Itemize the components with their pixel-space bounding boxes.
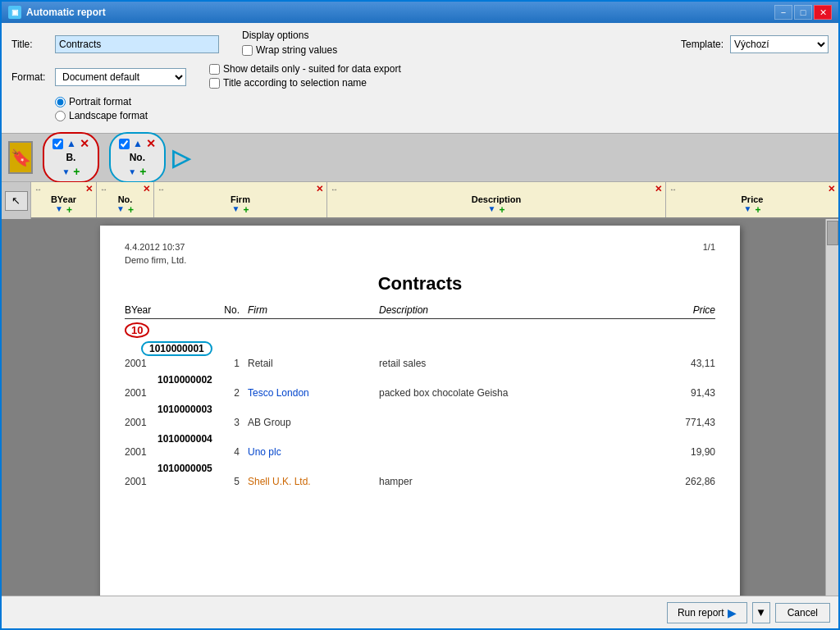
landscape-label: Landscape format xyxy=(69,110,148,121)
subgroup-circle-1: 1010000001 xyxy=(141,341,212,356)
col-byear-sort-down[interactable]: ▼ xyxy=(55,204,63,216)
pill-b-down-arrow[interactable]: ▼ xyxy=(62,167,70,176)
title-bar-controls: − □ ✕ xyxy=(774,5,832,20)
row5-price: 262,86 xyxy=(650,476,715,487)
template-group: Template: Výchozí xyxy=(681,35,829,53)
show-details-label: Show details only - suited for data expo… xyxy=(223,63,401,75)
col-firm-remove[interactable]: ✕ xyxy=(316,184,323,194)
report-row-5: 2001 5 Shell U.K. Ltd. hamper 262,86 xyxy=(125,476,715,487)
report-page: 4.4.2012 10:37 Demo firm, Ltd. 1/1 Contr… xyxy=(100,226,740,596)
pill-b-remove[interactable]: ✕ xyxy=(80,137,89,150)
portrait-radio[interactable] xyxy=(55,97,66,107)
col-price-sort-down[interactable]: ▼ xyxy=(744,204,752,216)
report-title: Contracts xyxy=(125,273,715,294)
row5-firm: Shell U.K. Ltd. xyxy=(248,476,379,487)
landscape-radio[interactable] xyxy=(55,111,66,121)
col-no-add[interactable]: + xyxy=(128,204,134,216)
row4-firm: Uno plc xyxy=(248,446,379,458)
subgroup-label-3: 1010000003 xyxy=(158,404,212,415)
pill-no-down-arrow[interactable]: ▼ xyxy=(128,167,136,176)
col-no-sort-down[interactable]: ▼ xyxy=(116,204,125,216)
col-firm-add[interactable]: + xyxy=(243,204,249,216)
preview-area[interactable]: 4.4.2012 10:37 Demo firm, Ltd. 1/1 Contr… xyxy=(2,219,838,596)
row5-byear: 2001 xyxy=(125,476,190,487)
portrait-label: Portrait format xyxy=(69,96,131,107)
template-label: Template: xyxy=(681,39,724,50)
wrap-string-label: Wrap string values xyxy=(256,44,337,56)
col-byear-add[interactable]: + xyxy=(66,204,72,216)
row5-desc: hamper xyxy=(379,476,650,487)
bottom-bar: Run report ▶ ▼ Cancel xyxy=(2,596,838,628)
title-bar: ▣ Automatic report − □ ✕ xyxy=(2,2,838,23)
report-company: Demo firm, Ltd. xyxy=(125,255,715,265)
tool-select-button[interactable]: ↖ xyxy=(5,191,28,211)
col-price-expand: ↔ xyxy=(669,185,677,194)
subgroup-1010000005: 1010000005 xyxy=(141,463,715,474)
row3-byear: 2001 xyxy=(125,417,190,428)
scrollbar-thumb[interactable] xyxy=(827,221,838,245)
grouping-area: 🔖 ▲ ✕ B. ▼ + ▲ xyxy=(2,133,838,182)
pill-b-checkbox[interactable] xyxy=(52,139,63,149)
pill-no-up-arrow[interactable]: ▲ xyxy=(133,138,143,149)
subgroup-1010000002: 1010000002 xyxy=(141,374,715,386)
col-no-expand: ↔ xyxy=(100,185,107,194)
subgroup-label-5: 1010000005 xyxy=(158,463,212,474)
pill-b-up-arrow[interactable]: ▲ xyxy=(66,138,76,149)
pill-no-checkbox[interactable] xyxy=(119,139,130,149)
row4-no: 4 xyxy=(190,446,240,458)
group-10-circle: 10 xyxy=(125,322,149,338)
scrollbar-track[interactable] xyxy=(825,219,838,596)
wrap-string-checkbox[interactable] xyxy=(242,45,253,56)
title-according-checkbox[interactable] xyxy=(209,78,220,89)
row5-no: 5 xyxy=(190,476,240,487)
report-header-byear: BYear xyxy=(125,304,190,316)
report-header-firm: Firm xyxy=(248,304,379,316)
columns-header-row: ↔ ✕ BYear ▼ + ↔ ✕ No. ▼ + xyxy=(31,182,838,219)
run-report-button[interactable]: Run report ▶ xyxy=(667,602,747,623)
row1-price: 43,11 xyxy=(650,358,715,369)
pill-b-add[interactable]: + xyxy=(73,165,80,178)
row2-desc: packed box chocolate Geisha xyxy=(379,387,650,399)
row2-firm: Tesco London xyxy=(248,387,379,399)
close-button[interactable]: ✕ xyxy=(814,5,832,20)
maximize-button[interactable]: □ xyxy=(794,5,812,20)
format-select[interactable]: Document default PDF Excel xyxy=(55,68,186,86)
orientation-group: Portrait format Landscape format xyxy=(55,96,148,121)
title-row: Title: Display options Wrap string value… xyxy=(11,30,829,58)
pill-no-add[interactable]: + xyxy=(139,165,146,178)
main-window: ▣ Automatic report − □ ✕ Title: Display … xyxy=(0,0,840,630)
col-desc-remove[interactable]: ✕ xyxy=(655,184,662,194)
row1-byear: 2001 xyxy=(125,358,190,369)
display-options-group2: Show details only - suited for data expo… xyxy=(209,63,401,91)
report-header-price: Price xyxy=(650,304,715,316)
portrait-row: Portrait format xyxy=(55,96,148,107)
col-no-label: No. xyxy=(118,194,133,204)
col-price-remove[interactable]: ✕ xyxy=(828,184,835,194)
col-price: ↔ ✕ Price ▼ + xyxy=(666,182,838,217)
col-desc-sort-down[interactable]: ▼ xyxy=(488,204,496,216)
run-report-label: Run report xyxy=(678,607,724,619)
subgroup-label-4: 1010000004 xyxy=(158,433,212,445)
col-firm-label: Firm xyxy=(231,194,250,204)
col-desc-add[interactable]: + xyxy=(499,204,504,216)
col-firm-sort-down[interactable]: ▼ xyxy=(232,204,240,216)
run-dropdown-button[interactable]: ▼ xyxy=(752,602,770,623)
col-byear-remove[interactable]: ✕ xyxy=(85,184,93,194)
cancel-button[interactable]: Cancel xyxy=(775,603,830,623)
template-select[interactable]: Výchozí xyxy=(730,35,829,53)
report-col-headers: BYear No. Firm Description Price xyxy=(125,304,715,319)
col-price-add[interactable]: + xyxy=(755,204,760,216)
col-no-remove[interactable]: ✕ xyxy=(143,184,150,194)
group-pill-no: ▲ ✕ No. ▼ + xyxy=(109,132,166,183)
show-details-checkbox[interactable] xyxy=(209,64,220,75)
minimize-button[interactable]: − xyxy=(774,5,792,20)
subgroup-1010000004: 1010000004 xyxy=(141,433,715,445)
pill-no-remove[interactable]: ✕ xyxy=(146,137,156,150)
report-row-1: 2001 1 Retail retail sales 43,11 xyxy=(125,358,715,369)
report-header-no: No. xyxy=(190,304,240,316)
report-row-3: 2001 3 AB Group 771,43 xyxy=(125,417,715,428)
arrow-right-icon: ▷ xyxy=(172,144,190,171)
title-input[interactable] xyxy=(55,35,219,53)
subgroup-1010000001: 1010000001 xyxy=(141,341,715,356)
form-area: Title: Display options Wrap string value… xyxy=(2,23,838,133)
